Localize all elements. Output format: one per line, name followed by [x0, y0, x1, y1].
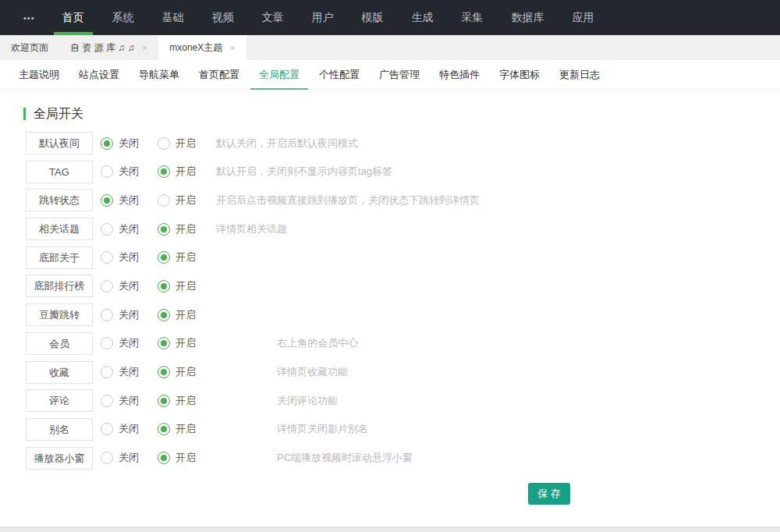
radio-circle-icon: [158, 423, 170, 435]
radio-circle-icon: [101, 194, 113, 207]
switch-label-button[interactable]: 跳转状态: [26, 189, 93, 211]
tab-mxonex-theme[interactable]: mxoneX主题 ×: [158, 35, 246, 60]
tab-close-icon[interactable]: ×: [142, 43, 148, 53]
switch-rows: 默认夜间 关闭 开启 默认关闭，开启后默认夜间模式 TAG 关闭 开启 默认开启…: [0, 132, 780, 470]
subtab-personal-config[interactable]: 个性配置: [310, 60, 368, 89]
radio-on[interactable]: 开启: [158, 336, 196, 350]
radio-circle-icon: [101, 309, 113, 321]
radio-off[interactable]: 关闭: [101, 336, 139, 350]
switch-label-button[interactable]: 底部排行榜: [26, 275, 93, 297]
switch-row-comment: 评论 关闭 开启 关闭评论功能: [0, 389, 780, 412]
nav-item-user[interactable]: 用户: [302, 0, 344, 35]
radio-off-label: 关闭: [119, 336, 139, 350]
save-button[interactable]: 保 存: [528, 483, 570, 505]
radio-circle-icon: [101, 251, 113, 264]
radio-off[interactable]: 关闭: [101, 137, 139, 151]
radio-circle-icon: [101, 137, 113, 150]
nav-item-app[interactable]: 应用: [562, 0, 604, 35]
nav-item-label: 基础: [162, 11, 184, 25]
radio-on[interactable]: 开启: [158, 365, 196, 379]
top-nav-items: 首页系统基础视频文章用户模版生成采集数据库应用: [48, 0, 608, 35]
subtab-feature-plugins[interactable]: 特色插件: [431, 60, 488, 89]
radio-on-label: 开启: [176, 451, 196, 465]
tab-welcome[interactable]: 欢迎页面: [0, 35, 59, 60]
subtab-label: 字体图标: [499, 68, 540, 82]
switch-label-button[interactable]: TAG: [26, 161, 93, 183]
radio-on-label: 开启: [176, 422, 196, 436]
radio-on[interactable]: 开启: [158, 422, 196, 436]
radio-on[interactable]: 开启: [158, 165, 196, 179]
radio-on[interactable]: 开启: [158, 222, 196, 236]
nav-item-label: 用户: [312, 11, 334, 25]
radio-off[interactable]: 关闭: [101, 365, 139, 379]
radio-off[interactable]: 关闭: [101, 279, 139, 293]
nav-item-label: 系统: [112, 11, 134, 25]
tab-close-icon[interactable]: ×: [229, 43, 236, 53]
radio-on[interactable]: 开启: [158, 193, 196, 207]
switch-label-button[interactable]: 会员: [26, 332, 93, 355]
radio-off-label: 关闭: [119, 222, 139, 236]
nav-item-home[interactable]: 首页: [52, 0, 94, 35]
radio-circle-icon: [158, 251, 170, 264]
nav-item-video[interactable]: 视频: [202, 0, 244, 35]
nav-item-basic[interactable]: 基础: [152, 0, 194, 35]
radio-circle-icon: [101, 280, 113, 293]
radio-off[interactable]: 关闭: [101, 250, 139, 264]
radio-on[interactable]: 开启: [158, 394, 196, 408]
radio-on[interactable]: 开启: [158, 308, 196, 322]
subtab-nav-menu[interactable]: 导航菜单: [130, 60, 188, 89]
radio-circle-icon: [101, 366, 113, 378]
subtab-ad-manage[interactable]: 广告管理: [370, 60, 428, 89]
switch-label-button[interactable]: 别名: [26, 418, 93, 441]
subtab-font-icons[interactable]: 字体图标: [491, 60, 548, 89]
radio-off[interactable]: 关闭: [101, 394, 139, 408]
radio-off[interactable]: 关闭: [101, 222, 139, 236]
switch-label-button[interactable]: 评论: [26, 389, 93, 412]
radio-off-label: 关闭: [119, 279, 139, 293]
tab-label: 自 资 源 库 ♫ ♫: [70, 41, 135, 55]
radio-off[interactable]: 关闭: [101, 422, 139, 436]
radio-on-label: 开启: [176, 308, 196, 322]
nav-item-label: 数据库: [512, 11, 544, 25]
switch-label-button[interactable]: 收藏: [26, 361, 93, 384]
radio-off-label: 关闭: [119, 394, 139, 408]
subtab-label: 导航菜单: [139, 68, 179, 82]
section-title: 全局开关: [23, 108, 780, 120]
subtab-theme-intro[interactable]: 主题说明: [10, 60, 68, 89]
more-menu-icon[interactable]: •••: [22, 0, 37, 35]
switch-label-button[interactable]: 默认夜间: [26, 132, 93, 154]
subtab-changelog[interactable]: 更新日志: [551, 60, 608, 89]
bottom-scrollbar-track[interactable]: [0, 527, 780, 532]
radio-on[interactable]: 开启: [158, 250, 196, 264]
radio-off-label: 关闭: [119, 165, 139, 179]
radio-on-label: 开启: [176, 365, 196, 379]
radio-off-label: 关闭: [119, 250, 139, 264]
switch-row-related-topic: 相关话题 关闭 开启 详情页相关话题: [0, 218, 780, 240]
subtab-home-config[interactable]: 首页配置: [190, 60, 248, 89]
switch-label-button[interactable]: 相关话题: [26, 218, 93, 240]
nav-item-label: 视频: [212, 11, 234, 25]
radio-off[interactable]: 关闭: [101, 165, 139, 179]
radio-off[interactable]: 关闭: [101, 193, 139, 207]
radio-off[interactable]: 关闭: [101, 308, 139, 322]
switch-description: 开启后点击视频直接跳到播放页，关闭状态下跳转到详情页: [216, 193, 480, 207]
subtab-site-settings[interactable]: 站点设置: [70, 60, 128, 89]
nav-item-collect[interactable]: 采集: [452, 0, 494, 35]
radio-on[interactable]: 开启: [158, 451, 196, 465]
nav-item-database[interactable]: 数据库: [502, 0, 555, 35]
nav-item-generate[interactable]: 生成: [402, 0, 444, 35]
radio-circle-icon: [158, 395, 170, 407]
tab-resource-lib[interactable]: 自 资 源 库 ♫ ♫ ×: [59, 35, 158, 60]
nav-item-template[interactable]: 模版: [352, 0, 394, 35]
radio-off[interactable]: 关闭: [101, 451, 139, 465]
nav-item-article[interactable]: 文章: [252, 0, 294, 35]
nav-item-label: 采集: [462, 11, 484, 25]
switch-label-button[interactable]: 豆瓣跳转: [26, 303, 93, 326]
switch-label-button[interactable]: 底部关于: [26, 246, 93, 269]
radio-on[interactable]: 开启: [158, 137, 196, 151]
radio-on[interactable]: 开启: [158, 279, 196, 293]
nav-item-system[interactable]: 系统: [102, 0, 144, 35]
switch-label-button[interactable]: 播放器小窗: [26, 447, 93, 470]
radio-on-label: 开启: [176, 222, 196, 236]
subtab-global-config[interactable]: 全局配置: [250, 60, 308, 89]
